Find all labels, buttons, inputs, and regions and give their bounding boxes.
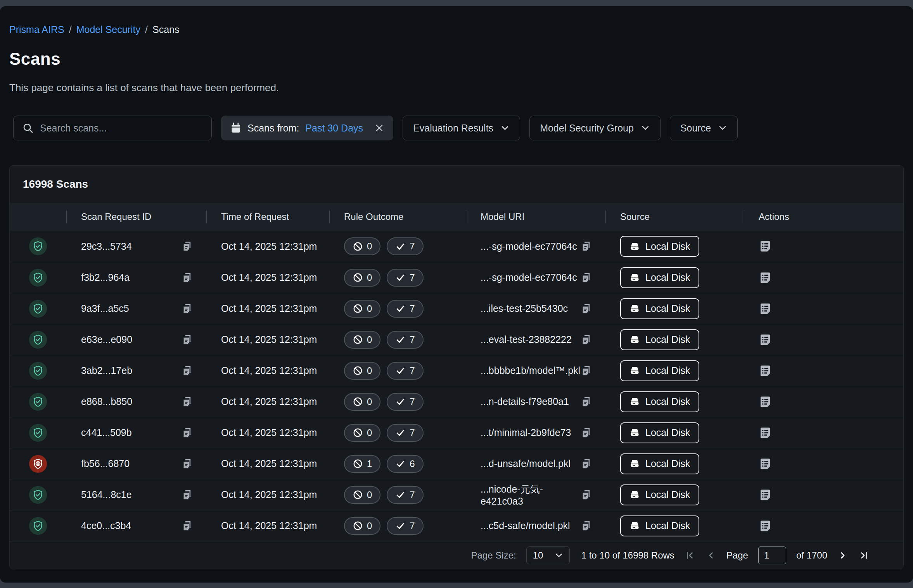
copy-model-uri-icon[interactable] xyxy=(581,427,592,439)
model-uri: ...n-details-f79e80a1 xyxy=(481,396,569,407)
model-uri: ...bbbbe1b/model™.pkl xyxy=(481,365,580,376)
close-icon[interactable] xyxy=(375,123,384,133)
page-number-input[interactable] xyxy=(758,546,786,564)
table-row: 9a3f...a5c5 Oct 14, 2025 12:31pm 0 xyxy=(10,293,903,324)
copy-model-uri-icon[interactable] xyxy=(581,365,592,377)
check-icon xyxy=(395,396,406,407)
page-label: Page xyxy=(726,550,748,561)
source-local-disk-button[interactable]: Local Disk xyxy=(620,453,699,474)
source-local-disk-button[interactable]: Local Disk xyxy=(620,329,699,350)
copy-scan-id-icon[interactable] xyxy=(182,365,193,377)
passed-count-badge: 7 xyxy=(387,486,423,504)
scan-details-action-icon[interactable] xyxy=(759,302,772,315)
shield-check-icon xyxy=(32,365,44,377)
hard-drive-icon xyxy=(629,489,640,500)
breadcrumb-prisma-airs[interactable]: Prisma AIRS xyxy=(9,24,64,35)
source-local-disk-button[interactable]: Local Disk xyxy=(620,391,699,412)
search-icon xyxy=(22,122,34,134)
status-icon xyxy=(29,269,47,287)
shield-check-icon xyxy=(32,272,44,284)
source-local-disk-button[interactable]: Local Disk xyxy=(620,360,699,381)
passed-count-badge: 7 xyxy=(387,424,423,442)
shield-check-icon xyxy=(32,396,44,408)
copy-scan-id-icon[interactable] xyxy=(182,520,193,532)
copy-model-uri-icon[interactable] xyxy=(581,396,592,408)
copy-model-uri-icon[interactable] xyxy=(581,240,592,252)
chevron-down-icon xyxy=(500,123,510,133)
pagination-bar: Page Size: 10 1 to 10 of 16998 Rows Page… xyxy=(10,541,903,569)
copy-model-uri-icon[interactable] xyxy=(581,272,592,284)
chevron-down-icon xyxy=(641,123,650,133)
scan-details-action-icon[interactable] xyxy=(759,519,772,533)
scan-request-id: 3ab2...17eb xyxy=(81,365,132,376)
column-scan-request-id: Scan Request ID xyxy=(66,203,206,231)
column-status xyxy=(10,203,66,231)
row-range-text: 1 to 10 of 16998 Rows xyxy=(581,550,674,561)
status-icon xyxy=(29,362,47,380)
breadcrumb-model-security[interactable]: Model Security xyxy=(76,24,140,35)
scan-count-summary: 16998 Scans xyxy=(10,166,903,203)
model-security-group-dropdown[interactable]: Model Security Group xyxy=(529,116,661,140)
copy-model-uri-icon[interactable] xyxy=(581,489,592,501)
copy-model-uri-icon[interactable] xyxy=(581,520,592,532)
source-local-disk-button[interactable]: Local Disk xyxy=(620,422,699,443)
blocked-count-badge: 0 xyxy=(344,300,380,318)
model-uri: ...d-unsafe/model.pkl xyxy=(481,458,571,469)
copy-scan-id-icon[interactable] xyxy=(182,396,193,408)
copy-model-uri-icon[interactable] xyxy=(581,458,592,470)
copy-scan-id-icon[interactable] xyxy=(182,240,193,252)
copy-model-uri-icon[interactable] xyxy=(581,303,592,315)
passed-count-badge: 7 xyxy=(387,362,423,380)
shield-check-icon xyxy=(32,489,44,501)
source-label: Local Disk xyxy=(645,272,690,283)
passed-count-badge: 7 xyxy=(387,237,423,255)
scans-from-filter-chip[interactable]: Scans from: Past 30 Days xyxy=(221,116,393,140)
source-local-disk-button[interactable]: Local Disk xyxy=(620,267,699,288)
scan-details-action-icon[interactable] xyxy=(759,488,772,502)
scan-details-action-icon[interactable] xyxy=(759,395,772,408)
copy-scan-id-icon[interactable] xyxy=(182,489,193,501)
column-rule-outcome: Rule Outcome xyxy=(329,203,466,231)
source-local-disk-button[interactable]: Local Disk xyxy=(620,236,699,257)
chevron-down-icon xyxy=(718,123,727,133)
previous-page-button[interactable] xyxy=(706,550,716,561)
scan-details-action-icon[interactable] xyxy=(759,426,772,439)
model-uri: ...c5d-safe/model.pkl xyxy=(481,520,570,531)
first-page-button[interactable] xyxy=(685,550,695,561)
copy-scan-id-icon[interactable] xyxy=(182,272,193,284)
page-title: Scans xyxy=(9,49,904,69)
last-page-button[interactable] xyxy=(858,550,869,561)
search-input[interactable] xyxy=(40,123,203,134)
check-icon xyxy=(395,365,406,376)
status-icon xyxy=(29,517,47,535)
copy-scan-id-icon[interactable] xyxy=(182,458,193,470)
source-local-disk-button[interactable]: Local Disk xyxy=(620,298,699,319)
scan-details-action-icon[interactable] xyxy=(759,364,772,377)
scan-details-action-icon[interactable] xyxy=(759,333,772,346)
blocked-icon xyxy=(353,489,363,500)
scan-request-id: fb56...6870 xyxy=(81,458,130,469)
scan-details-action-icon[interactable] xyxy=(759,240,772,253)
scan-request-id: 4ce0...c3b4 xyxy=(81,520,131,531)
time-of-request: Oct 14, 2025 12:31pm xyxy=(221,396,317,407)
copy-model-uri-icon[interactable] xyxy=(581,334,592,346)
copy-scan-id-icon[interactable] xyxy=(182,334,193,346)
source-local-disk-button[interactable]: Local Disk xyxy=(620,515,699,536)
model-uri: ...iles-test-25b5430c xyxy=(481,303,568,314)
source-label: Local Disk xyxy=(645,365,690,376)
scan-details-action-icon[interactable] xyxy=(759,457,772,470)
check-icon xyxy=(395,427,406,438)
evaluation-results-dropdown[interactable]: Evaluation Results xyxy=(403,116,520,140)
page-size-select[interactable]: 10 xyxy=(526,546,570,564)
source-dropdown[interactable]: Source xyxy=(670,116,738,140)
source-local-disk-button[interactable]: Local Disk xyxy=(620,484,699,505)
copy-scan-id-icon[interactable] xyxy=(182,427,193,439)
hard-drive-icon xyxy=(629,458,640,469)
scan-details-action-icon[interactable] xyxy=(759,271,772,284)
blocked-count-badge: 0 xyxy=(344,237,380,255)
table-row: 4ce0...c3b4 Oct 14, 2025 12:31pm 0 xyxy=(10,510,903,541)
passed-count-badge: 7 xyxy=(387,300,423,318)
copy-scan-id-icon[interactable] xyxy=(182,303,193,315)
time-of-request: Oct 14, 2025 12:31pm xyxy=(221,272,317,283)
next-page-button[interactable] xyxy=(837,550,848,561)
